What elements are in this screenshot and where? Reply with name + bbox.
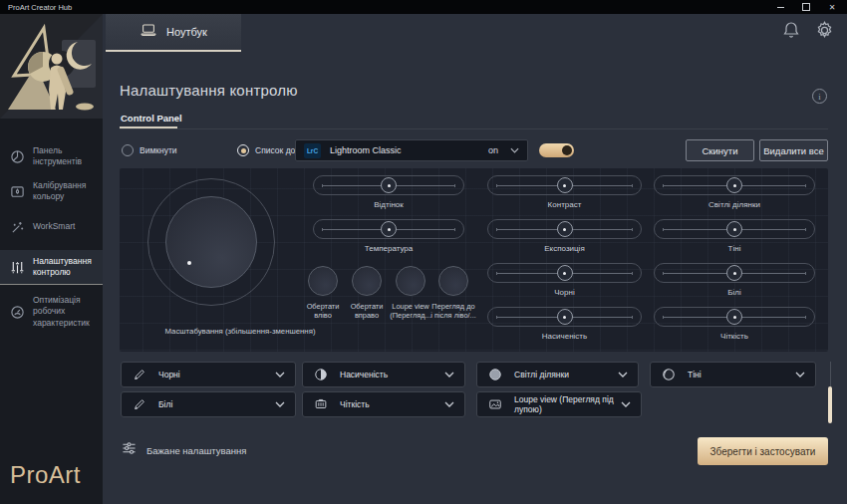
before-after-knob[interactable] bbox=[438, 266, 468, 296]
pencil-icon bbox=[132, 396, 147, 412]
slider-clarity[interactable]: Чіткість bbox=[654, 307, 815, 327]
app-select-value: Lightroom Classic bbox=[330, 145, 488, 155]
loupe-view-label: Loupe view (Перегляд... bbox=[388, 302, 433, 321]
slider-contrast[interactable]: Контраст bbox=[487, 175, 642, 195]
slider-saturation-label: Насиченість bbox=[487, 332, 642, 341]
rotate-left-knob[interactable] bbox=[308, 266, 338, 296]
control-settings-icon bbox=[9, 259, 26, 276]
mapping-dropdown-label: Loupe view (Перегляд під лупою) bbox=[514, 394, 621, 414]
mapping-dropdown-loupe-view[interactable]: Loupe view (Перегляд під лупою) bbox=[476, 391, 642, 417]
close-button[interactable]: ✕ bbox=[827, 2, 837, 12]
slider-whites[interactable]: Білі bbox=[654, 263, 815, 283]
mapping-dropdown-whites[interactable]: Білі bbox=[121, 391, 296, 417]
sidebar-item-control-settings[interactable]: Налаштування контролю bbox=[0, 250, 103, 285]
slider-shadows-label: Тіні bbox=[654, 244, 815, 253]
mapping-dropdown-label: Світлі ділянки bbox=[514, 370, 618, 379]
mapping-dropdown-label: Білі bbox=[158, 399, 275, 409]
lightroom-classic-badge: LrC bbox=[304, 143, 321, 158]
slider-whites-label: Білі bbox=[654, 288, 815, 297]
header-divider bbox=[120, 128, 828, 129]
laptop-icon bbox=[140, 23, 157, 41]
maximize-button[interactable] bbox=[801, 2, 811, 12]
rotate-right-knob[interactable] bbox=[352, 266, 382, 296]
slider-temperature[interactable]: Температура bbox=[313, 219, 464, 239]
chevron-down-icon bbox=[444, 372, 454, 378]
mapping-dropdown-highlights[interactable]: Світлі ділянки bbox=[476, 362, 639, 387]
dashboard-icon bbox=[9, 148, 26, 165]
zoom-dial-label: Масштабування (збільшення-зменшення) bbox=[139, 327, 342, 336]
image-icon bbox=[487, 396, 503, 412]
sidebar-artwork bbox=[0, 14, 103, 119]
info-icon[interactable]: i bbox=[812, 89, 827, 104]
slider-exposure[interactable]: Експозиція bbox=[487, 219, 642, 239]
radio-app-list-circle bbox=[237, 144, 249, 156]
titlebar: ProArt Creator Hub ✕ bbox=[0, 0, 847, 14]
loupe-view-knob[interactable] bbox=[396, 266, 425, 296]
zoom-dial-knob bbox=[165, 196, 257, 288]
sidebar-item-label: Налаштування контролю bbox=[33, 256, 97, 278]
save-and-apply-button[interactable]: Зберегти і застосувати bbox=[698, 437, 828, 465]
slider-clarity-label: Чіткість bbox=[654, 332, 815, 341]
reset-button[interactable]: Скинути bbox=[686, 139, 754, 161]
mapping-dropdown-label: Чіткість bbox=[340, 399, 444, 409]
app-select-dropdown[interactable]: LrC Lightroom Classic on bbox=[295, 139, 528, 161]
sidebar-item-label: Панель інструментів bbox=[33, 145, 97, 167]
mapping-dropdown-blacks[interactable]: Чорні bbox=[121, 362, 296, 387]
slider-highlights[interactable]: Світлі ділянки bbox=[654, 175, 815, 195]
slider-blacks[interactable]: Чорні bbox=[487, 263, 642, 283]
tab-control-panel[interactable]: Control Panel bbox=[121, 113, 182, 124]
pencil-icon bbox=[132, 367, 147, 382]
chevron-down-icon bbox=[795, 372, 805, 378]
sidebar-item-label: Оптимізація робочих характеристик bbox=[33, 295, 97, 328]
chevron-down-icon bbox=[275, 372, 285, 378]
sidebar-item-dashboard[interactable]: Панель інструментів bbox=[0, 139, 103, 173]
color-calibration-icon bbox=[9, 183, 26, 200]
sidebar-item-label: Калібрування кольору bbox=[33, 180, 97, 202]
sidebar-item-color-calibration[interactable]: Калібрування кольору bbox=[0, 174, 103, 208]
delete-all-button[interactable]: Видалити все bbox=[759, 139, 828, 161]
slider-hue[interactable]: Відтінок bbox=[313, 175, 464, 195]
app-enable-toggle[interactable] bbox=[539, 143, 574, 157]
sidebar-item-optimization[interactable]: Оптимізація робочих характеристик bbox=[0, 289, 103, 335]
page-title: Налаштування контролю bbox=[120, 82, 298, 99]
preset-settings[interactable]: Бажане налаштування bbox=[122, 441, 246, 459]
slider-saturation[interactable]: Насиченість bbox=[487, 307, 642, 327]
before-after-label: Перегляд до і після ліво/... bbox=[430, 302, 476, 321]
mapping-dropdown-label: Чорні bbox=[158, 370, 275, 379]
mapping-dropdown-saturation[interactable]: Насиченість bbox=[302, 362, 465, 387]
chevron-down-icon bbox=[510, 147, 519, 153]
minimize-button[interactable] bbox=[775, 2, 785, 12]
rotate-right-label: Обертати вправо bbox=[344, 302, 390, 321]
optimization-icon bbox=[9, 304, 26, 321]
control-mapping-panel: Масштабування (збільшення-зменшення) Від… bbox=[120, 168, 828, 352]
settings-gear-icon[interactable] bbox=[814, 20, 835, 41]
window-title: ProArt Creator Hub bbox=[0, 3, 775, 12]
chevron-down-icon bbox=[444, 401, 454, 407]
sidebar: Панель інструментів Калібрування кольору… bbox=[0, 14, 103, 504]
proart-creator-hub-window: ProArt Creator Hub ✕ bbox=[0, 0, 847, 504]
sidebar-item-worksmart[interactable]: WorkSmart bbox=[0, 216, 103, 238]
clarity-icon bbox=[313, 396, 329, 412]
slider-highlights-label: Світлі ділянки bbox=[654, 200, 815, 209]
radio-disable-label: Вимкнути bbox=[140, 145, 177, 155]
zoom-dial[interactable]: Масштабування (збільшення-зменшення) bbox=[147, 178, 275, 306]
slider-shadows[interactable]: Тіні bbox=[654, 219, 815, 239]
tab-laptop[interactable]: Ноутбук bbox=[106, 14, 241, 52]
slider-hue-label: Відтінок bbox=[313, 200, 464, 209]
app-state-value: on bbox=[488, 145, 498, 155]
mapping-dropdown-shadows[interactable]: Тіні bbox=[650, 362, 816, 387]
preset-sliders-icon bbox=[122, 441, 137, 459]
saturation-icon bbox=[313, 367, 329, 382]
preset-settings-label: Бажане налаштування bbox=[146, 445, 246, 456]
slider-blacks-label: Чорні bbox=[487, 288, 642, 297]
notifications-bell-icon[interactable] bbox=[782, 21, 800, 40]
rotate-left-label: Обертати вліво bbox=[300, 302, 346, 321]
radio-disable[interactable]: Вимкнути bbox=[122, 139, 177, 161]
sidebar-item-label: WorkSmart bbox=[33, 221, 75, 232]
zoom-dial-indicator-dot bbox=[187, 261, 191, 265]
worksmart-icon bbox=[9, 219, 26, 236]
mapping-dropdown-label: Насиченість bbox=[340, 370, 444, 379]
mapping-dropdown-clarity[interactable]: Чіткість bbox=[302, 391, 465, 417]
slider-exposure-label: Експозиція bbox=[487, 244, 642, 253]
dropdown-scrollbar-thumb[interactable] bbox=[828, 386, 832, 423]
